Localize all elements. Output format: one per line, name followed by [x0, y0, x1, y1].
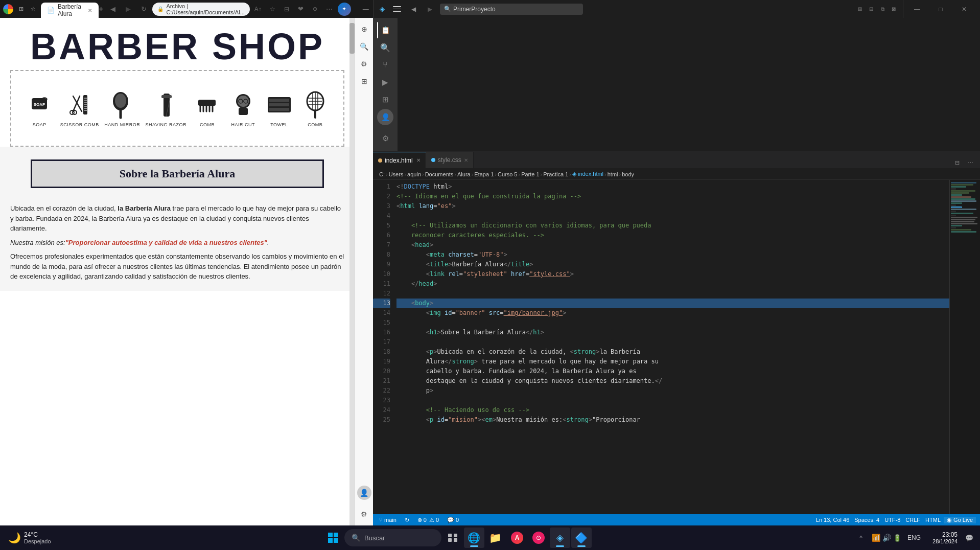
- status-encoding[interactable]: UTF-8: [882, 517, 902, 523]
- browser-scrollbar-thumb[interactable]: [349, 23, 355, 54]
- split-view-icon[interactable]: ⊟: [281, 3, 293, 15]
- vscode-activity-search[interactable]: 🔍: [377, 39, 393, 56]
- vscode-activity-git[interactable]: ⑂: [377, 57, 393, 73]
- favorites-icon[interactable]: ☆: [29, 5, 38, 14]
- status-spaces[interactable]: Spaces: 4: [852, 517, 881, 523]
- breadcrumb-practica[interactable]: Practica 1: [543, 171, 568, 177]
- vscode-activity-debug[interactable]: ▶: [377, 74, 393, 90]
- browser-sidebar-history[interactable]: ⊕: [357, 22, 371, 36]
- vscode-layout-icon-3[interactable]: ⧉: [877, 4, 888, 14]
- taskbar-app1-button[interactable]: A: [507, 528, 527, 548]
- tab-split-icon[interactable]: ⊟: [951, 157, 963, 168]
- breadcrumb-c[interactable]: C:: [379, 171, 385, 177]
- language-indicator[interactable]: ENG: [905, 534, 923, 541]
- spaces-text: Spaces: 4: [854, 517, 879, 523]
- vscode-forward-button[interactable]: ▶: [424, 3, 436, 15]
- windows-start-button[interactable]: [323, 528, 343, 548]
- breadcrumb-body-tag[interactable]: body: [622, 171, 634, 177]
- status-sync[interactable]: ↻: [403, 514, 411, 525]
- read-aloud-icon[interactable]: A↑: [252, 3, 264, 15]
- barber-icon-towel: TOWEL: [264, 89, 294, 127]
- breadcrumb-aquin[interactable]: aquin: [407, 171, 421, 177]
- breadcrumb-etapa[interactable]: Etapa 1: [474, 171, 494, 177]
- vscode-layout-icon-4[interactable]: ⊠: [889, 4, 899, 14]
- taskbar-vscode-button[interactable]: ◈: [550, 528, 570, 548]
- vscode-search-bar[interactable]: 🔍 PrimerProyecto: [440, 4, 583, 15]
- taskbar-edge2-button[interactable]: 🔷: [571, 528, 592, 548]
- vscode-explorer-icon[interactable]: ◈: [378, 5, 387, 14]
- status-line-ending[interactable]: CRLF: [903, 517, 922, 523]
- vscode-hamburger-menu[interactable]: [391, 3, 403, 15]
- tab-html-close[interactable]: ✕: [416, 157, 421, 163]
- browser-sidebar-search[interactable]: 🔍: [357, 39, 371, 54]
- browser-more-icon[interactable]: ❤: [295, 3, 307, 15]
- clock-widget[interactable]: 23:05 28/1/2024: [925, 530, 961, 545]
- vscode-search-text: PrimerProyecto: [453, 6, 496, 13]
- nav-back-button[interactable]: ◀: [106, 3, 120, 16]
- status-errors[interactable]: ⊗ 0 ⚠ 0: [415, 514, 441, 525]
- extensions-icon[interactable]: ⊕: [309, 3, 321, 15]
- sound-icon[interactable]: 🔊: [882, 534, 891, 542]
- taskbar-edge-button[interactable]: 🌐: [464, 528, 484, 548]
- breadcrumb-file[interactable]: ◈ index.html: [572, 171, 603, 177]
- vscode-minimize-button[interactable]: —: [905, 0, 929, 18]
- vscode-account-icon[interactable]: 👤: [377, 109, 393, 125]
- status-messages[interactable]: 💬 0: [445, 514, 461, 525]
- taskbar-app2-button[interactable]: ⊙: [528, 528, 549, 548]
- breadcrumb-parte[interactable]: Parte 1: [521, 171, 539, 177]
- tab-style-css[interactable]: style.css ✕: [426, 152, 474, 168]
- vscode-close-button[interactable]: ✕: [952, 0, 976, 18]
- tab-more-icon[interactable]: ⋯: [965, 157, 976, 168]
- sync-icon: ↻: [405, 517, 409, 523]
- breadcrumb-html-tag[interactable]: html: [608, 171, 618, 177]
- nav-refresh-button[interactable]: ↻: [137, 3, 150, 16]
- network-icon[interactable]: 📶: [872, 534, 880, 542]
- status-cursor[interactable]: Ln 13, Col 46: [814, 517, 851, 523]
- comb2-icon: [300, 89, 331, 120]
- nav-forward-button[interactable]: ▶: [122, 3, 135, 16]
- browser-sidebar-extensions[interactable]: ⊞: [357, 74, 371, 88]
- browser-sidebar-git[interactable]: ⚙: [357, 57, 371, 71]
- barber-icon-haircut: HAIR CUT: [228, 89, 259, 127]
- taskview-button[interactable]: [442, 528, 463, 548]
- new-tab-button[interactable]: +: [99, 2, 103, 16]
- address-bar[interactable]: 🔒 Archivo | C:/Users/aquin/Documents/Al.…: [152, 3, 249, 16]
- systray-show-hidden[interactable]: ^: [854, 531, 868, 544]
- browser-tab-active[interactable]: 📄 Barbería Alura ✕: [41, 3, 99, 18]
- vscode-back-button[interactable]: ◀: [407, 3, 419, 15]
- line-ending-text: CRLF: [905, 517, 920, 523]
- barber-shop-title: BARBER SHOP: [10, 28, 344, 70]
- breadcrumb-curso[interactable]: Curso 5: [498, 171, 518, 177]
- browser-menu-icon[interactable]: ⋯: [323, 3, 336, 15]
- status-branch[interactable]: ⑂ main: [377, 514, 399, 525]
- breadcrumb-users[interactable]: Users: [389, 171, 404, 177]
- status-golive[interactable]: ◉ Go Live: [944, 517, 976, 523]
- favorites-star-icon[interactable]: ☆: [266, 3, 278, 15]
- tab-css-close[interactable]: ✕: [464, 157, 468, 163]
- tab-index-html[interactable]: index.html ✕: [373, 152, 426, 168]
- svg-rect-47: [328, 538, 333, 543]
- chrome-profile-icon[interactable]: [3, 4, 13, 14]
- tab-close-button[interactable]: ✕: [87, 6, 92, 14]
- vscode-settings-icon[interactable]: ⚙: [377, 130, 393, 147]
- status-language[interactable]: HTML: [923, 517, 943, 523]
- browser-scrollbar[interactable]: [349, 18, 355, 525]
- copilot-button[interactable]: ✦: [338, 3, 351, 16]
- weather-widget[interactable]: 🌙 24°C Despejado: [4, 529, 60, 546]
- notification-center[interactable]: 💬: [963, 531, 976, 544]
- vscode-activity-extensions[interactable]: ⊞: [377, 91, 393, 108]
- breadcrumb-documents[interactable]: Documents: [425, 171, 454, 177]
- vscode-minimap[interactable]: [949, 180, 980, 514]
- browser-sidebar-account[interactable]: 👤: [357, 486, 371, 500]
- tab-strip-icon[interactable]: ⊞: [16, 5, 26, 14]
- breadcrumb-alura[interactable]: Alura: [457, 171, 471, 177]
- battery-icon[interactable]: 🔋: [893, 534, 901, 542]
- vscode-maximize-button[interactable]: □: [929, 0, 952, 18]
- vscode-activity-explorer[interactable]: 📋: [377, 22, 393, 38]
- taskbar-explorer-button[interactable]: 📁: [485, 528, 506, 548]
- vscode-layout-icon-1[interactable]: ⊞: [855, 4, 865, 14]
- vscode-layout-icon-2[interactable]: ⊟: [866, 4, 876, 14]
- browser-sidebar-settings[interactable]: ⚙: [357, 507, 371, 521]
- code-editor[interactable]: <!DOCTYPE html> <!-- Idioma en el que fu…: [394, 180, 949, 514]
- taskbar-search-bar[interactable]: 🔍 Buscar: [344, 529, 441, 546]
